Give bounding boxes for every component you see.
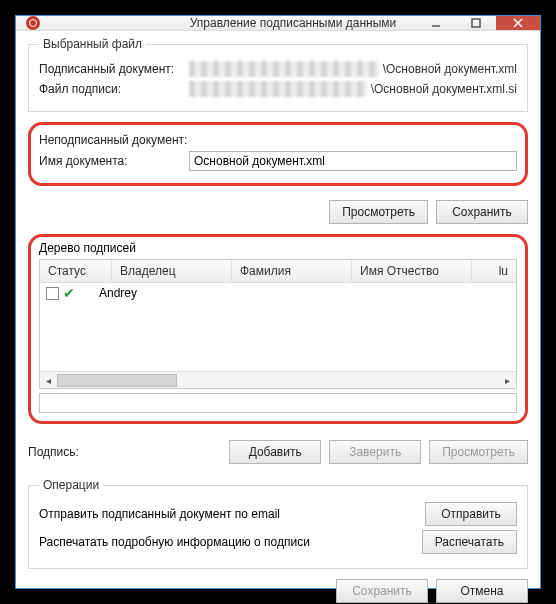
close-button[interactable] <box>496 16 540 30</box>
signed-doc-suffix: \Основной документ.xml <box>383 62 517 76</box>
svg-rect-1 <box>472 19 480 27</box>
minimize-button[interactable] <box>416 16 456 30</box>
email-op-text: Отправить подписанный документ по email <box>39 507 425 521</box>
view-sig-button[interactable]: Просмотреть <box>429 440 528 464</box>
unsigned-legend: Неподписанный документ: <box>39 133 209 147</box>
tree-body: ✔ Andrey <box>40 283 516 371</box>
operations-group: Операции Отправить подписанный документ … <box>28 478 528 569</box>
scroll-left-icon[interactable]: ◂ <box>40 375 57 386</box>
col-surname[interactable]: Фамилия <box>232 260 352 282</box>
sig-file-label: Файл подписи: <box>39 82 189 96</box>
selected-file-group: Выбранный файл Подписанный документ: \Ос… <box>28 37 528 112</box>
content-area: Выбранный файл Подписанный документ: \Ос… <box>16 31 540 604</box>
signature-tree: Статус Владелец Фамилия Имя Отчество lu … <box>39 259 517 389</box>
selected-file-legend: Выбранный файл <box>39 37 146 51</box>
col-name-patr[interactable]: Имя Отчество <box>352 260 472 282</box>
signed-doc-label: Подписанный документ: <box>39 62 189 76</box>
scroll-thumb[interactable] <box>57 374 177 387</box>
send-button[interactable]: Отправить <box>425 502 517 526</box>
app-icon <box>26 16 40 30</box>
add-button[interactable]: Добавить <box>229 440 321 464</box>
operations-legend: Операции <box>39 478 103 492</box>
row-checkbox[interactable] <box>46 287 59 300</box>
path-bar[interactable] <box>39 393 517 413</box>
tree-legend: Дерево подписей <box>39 241 517 255</box>
unsigned-highlight: Неподписанный документ: Имя документа: <box>28 122 528 186</box>
signed-doc-path-blur <box>189 61 379 77</box>
tree-highlight: Дерево подписей Статус Владелец Фамилия … <box>28 234 528 424</box>
signature-label: Подпись: <box>28 445 79 459</box>
col-trail: lu <box>472 260 516 282</box>
cancel-button[interactable]: Отмена <box>436 579 528 603</box>
save-button[interactable]: Сохранить <box>436 200 528 224</box>
h-scrollbar[interactable]: ◂ ▸ <box>40 371 516 388</box>
main-window: Управление подписанными данными Выбранны… <box>15 15 541 589</box>
col-owner[interactable]: Владелец <box>112 260 232 282</box>
doc-name-label: Имя документа: <box>39 154 189 168</box>
print-op-text: Распечатать подробную информацию о подпи… <box>39 535 422 549</box>
sig-file-suffix: \Основной документ.xml.si <box>371 82 517 96</box>
tree-header: Статус Владелец Фамилия Имя Отчество lu <box>40 260 516 283</box>
col-status[interactable]: Статус <box>40 260 112 282</box>
save-bottom-button[interactable]: Сохранить <box>336 579 428 603</box>
scroll-right-icon[interactable]: ▸ <box>499 375 516 386</box>
maximize-button[interactable] <box>456 16 496 30</box>
sig-file-path-blur <box>189 81 367 97</box>
check-icon: ✔ <box>63 285 75 301</box>
view-button[interactable]: Просмотреть <box>329 200 428 224</box>
window-controls <box>416 16 540 30</box>
row-owner: Andrey <box>99 286 137 300</box>
titlebar[interactable]: Управление подписанными данными <box>16 16 540 31</box>
doc-name-input[interactable] <box>189 151 517 171</box>
print-button[interactable]: Распечатать <box>422 530 517 554</box>
certify-button[interactable]: Заверить <box>329 440 421 464</box>
table-row[interactable]: ✔ Andrey <box>40 283 516 303</box>
